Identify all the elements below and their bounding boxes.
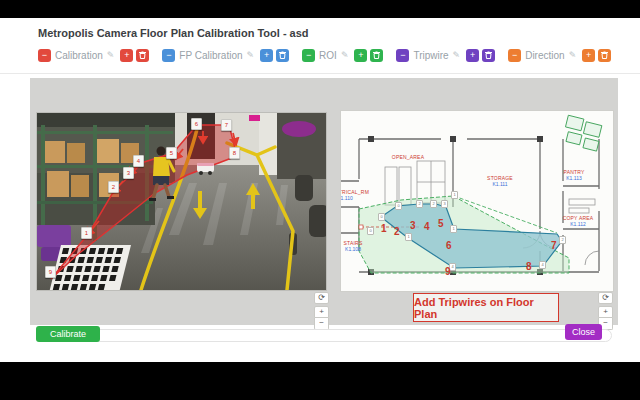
- room-label: STORAGE K1.111: [475, 175, 525, 188]
- trash-icon[interactable]: [598, 49, 611, 62]
- camera-scene: [37, 113, 326, 290]
- trash-icon[interactable]: [482, 49, 495, 62]
- app-window: Metropolis Camera Floor Plan Calibration…: [0, 18, 640, 362]
- toolbar-divider: [0, 73, 640, 74]
- trash-icon[interactable]: [136, 49, 149, 62]
- room-label: ELECTRICAL_RM K1.110: [340, 189, 365, 202]
- calibrate-button[interactable]: Calibrate: [36, 326, 100, 342]
- pencil-icon[interactable]: ✎: [341, 50, 349, 60]
- floorplan-tripwire-number: 5: [438, 218, 444, 229]
- vertex-handle[interactable]: 0: [378, 213, 385, 221]
- vertex-handle[interactable]: 3: [441, 200, 448, 208]
- green-furniture: [562, 115, 604, 151]
- toolbar-group-label: Calibration: [55, 50, 103, 61]
- camera-tripwire-point[interactable]: 4: [133, 155, 144, 167]
- floorplan-tripwire-number: 7: [551, 240, 557, 251]
- minus-icon[interactable]: −: [396, 49, 409, 62]
- camera-tripwire-point[interactable]: 1: [81, 227, 92, 239]
- vertex-handle[interactable]: 2: [430, 200, 437, 208]
- toolbar-group-tripwire: − Tripwire ✎ +: [396, 49, 495, 62]
- camera-tripwire-point[interactable]: 8: [229, 147, 240, 159]
- toolbar-group-roi: − ROI ✎ +: [302, 49, 383, 62]
- horizontal-scrollbar[interactable]: [47, 329, 612, 342]
- minus-icon[interactable]: −: [302, 49, 315, 62]
- minus-icon[interactable]: −: [162, 49, 175, 62]
- page-title: Metropolis Camera Floor Plan Calibration…: [38, 27, 309, 39]
- floorplan-tripwire-number: 1: [381, 223, 387, 234]
- room-label: OPEN_AREA: [381, 154, 435, 160]
- floorplan-tripwire-number: 4: [424, 221, 430, 232]
- vertex-handle[interactable]: 1: [451, 191, 458, 199]
- room-label: PANTRY K1.113: [551, 169, 597, 182]
- plus-icon[interactable]: +: [582, 49, 595, 62]
- toolbar-group-label: Tripwire: [413, 50, 448, 61]
- camera-zoom-controls: ⟳ + −: [314, 292, 329, 330]
- pencil-icon[interactable]: ✎: [247, 50, 255, 60]
- plus-icon[interactable]: +: [120, 49, 133, 62]
- toolbar-group-calibration: − Calibration ✎ +: [38, 49, 149, 62]
- camera-tripwire-point[interactable]: 3: [123, 167, 134, 179]
- vertex-handle[interactable]: 2: [416, 200, 423, 208]
- minus-icon[interactable]: −: [508, 49, 521, 62]
- vertex-handle[interactable]: 1: [450, 225, 457, 233]
- trash-icon[interactable]: [276, 49, 289, 62]
- pencil-icon[interactable]: ✎: [107, 50, 115, 60]
- camera-tripwire-point[interactable]: 9: [45, 266, 56, 278]
- camera-view-canvas[interactable]: 1 2 3 4 5 6 7 8 9: [36, 112, 327, 291]
- room-label: STAIRS K1.108: [340, 240, 371, 253]
- plus-icon[interactable]: +: [260, 49, 273, 62]
- minus-icon[interactable]: −: [38, 49, 51, 62]
- room-label: COPY AREA K1.112: [555, 215, 601, 228]
- toolbar-group-direction: − Direction ✎ +: [508, 49, 611, 62]
- zoom-in-button[interactable]: +: [598, 306, 613, 318]
- pencil-icon[interactable]: ✎: [569, 50, 577, 60]
- camera-tripwire-point[interactable]: 6: [191, 118, 202, 130]
- vertex-handle[interactable]: 0: [367, 227, 374, 235]
- close-button[interactable]: Close: [565, 324, 602, 340]
- floorplan-tripwire-number: 6: [446, 240, 452, 251]
- floorplan-drawing: [341, 111, 613, 291]
- vertex-handle[interactable]: 4: [539, 261, 546, 269]
- toolbar-group-label: Direction: [525, 50, 564, 61]
- reset-view-button[interactable]: ⟳: [314, 292, 329, 304]
- toolbar-group-label: ROI: [319, 50, 337, 61]
- camera-tripwire-point[interactable]: 2: [108, 181, 119, 193]
- vertex-handle[interactable]: 1: [405, 233, 412, 241]
- purple-object: [282, 121, 316, 137]
- camera-tripwire-point[interactable]: 5: [166, 147, 177, 159]
- vertex-handle[interactable]: 0: [395, 202, 402, 210]
- floorplan-tripwire-number: 2: [394, 226, 400, 237]
- floorplan-tripwire-number: 8: [526, 261, 532, 272]
- zoom-in-button[interactable]: +: [314, 306, 329, 318]
- pencil-icon[interactable]: ✎: [453, 50, 461, 60]
- toolbar: − Calibration ✎ + − FP Calibration ✎ + −…: [38, 45, 611, 65]
- reset-view-button[interactable]: ⟳: [598, 292, 613, 304]
- trash-icon[interactable]: [370, 49, 383, 62]
- camera-tripwire-point[interactable]: 7: [221, 119, 232, 131]
- magenta-object: [249, 115, 260, 121]
- add-tripwires-hint: Add Tripwires on Floor Plan: [413, 293, 559, 322]
- floorplan-canvas[interactable]: OPEN_AREA STORAGE K1.111 PANTRY K1.113 C…: [340, 110, 614, 292]
- toolbar-group-fp-calibration: − FP Calibration ✎ +: [162, 49, 289, 62]
- floorplan-tripwire-number: 9: [445, 266, 451, 277]
- plus-icon[interactable]: +: [354, 49, 367, 62]
- floorplan-tripwire-number: 3: [410, 220, 416, 231]
- vertex-handle[interactable]: 2: [559, 236, 566, 244]
- plus-icon[interactable]: +: [466, 49, 479, 62]
- toolbar-group-label: FP Calibration: [179, 50, 242, 61]
